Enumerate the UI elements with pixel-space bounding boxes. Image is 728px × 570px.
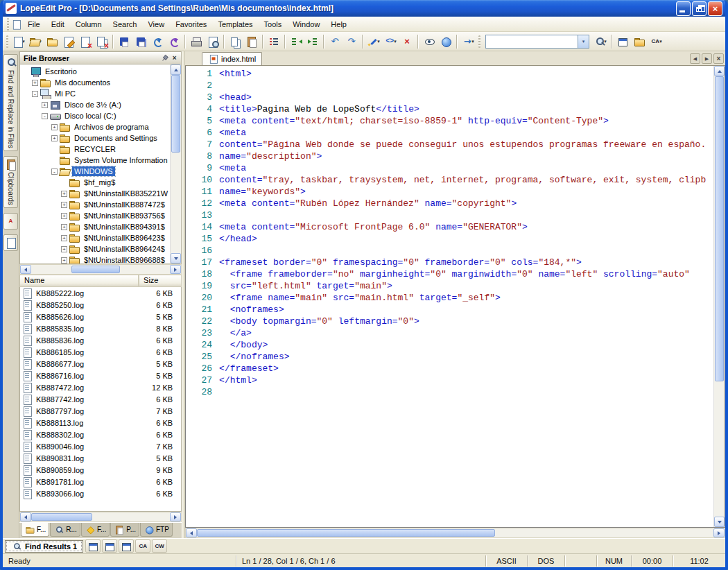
find-replace-files-tab[interactable]: Find and Replace in Files (3, 54, 18, 151)
close-button[interactable]: × (708, 1, 722, 16)
reload-all-button[interactable] (166, 33, 182, 49)
tree-item[interactable]: +$NtUninstallKB896423$ (20, 232, 170, 243)
preview-in-browser-button[interactable] (421, 33, 437, 49)
file-item[interactable]: KB885626.log5 KB (20, 311, 181, 322)
paste-button[interactable] (243, 33, 260, 49)
reload-button[interactable] (149, 33, 166, 49)
tree-item[interactable]: +$NtUninstallKB835221W (20, 188, 170, 199)
tree-item[interactable]: +Disco de 3½ (A:) (20, 99, 170, 110)
tree-item[interactable]: $hf_mig$ (20, 177, 170, 188)
file-item[interactable]: KB887472.log12 KB (20, 381, 181, 393)
file-item[interactable]: KB893066.log6 KB (20, 487, 181, 499)
expand-icon[interactable]: + (61, 246, 67, 252)
collapse-icon[interactable]: - (51, 169, 58, 175)
file-item[interactable]: KB890046.log7 KB (20, 440, 181, 452)
expand-icon[interactable]: + (61, 224, 67, 230)
file-list-horizontal-scrollbar[interactable] (19, 512, 182, 522)
save-all-button[interactable] (132, 33, 149, 49)
file-item[interactable]: KB886677.log5 KB (20, 358, 181, 370)
goto-button[interactable]: ▾ (460, 33, 476, 49)
menu-edit[interactable]: Edit (46, 17, 70, 31)
file-item[interactable]: KB890831.log5 KB (20, 452, 181, 464)
tree-item[interactable]: +Archivos de programa (20, 121, 170, 132)
copy-button[interactable] (227, 33, 243, 49)
scroll-left-button[interactable] (20, 512, 31, 521)
menu-view[interactable]: View (142, 17, 170, 31)
outdent-button[interactable] (288, 33, 304, 49)
change-case-button[interactable]: CA▾ (648, 33, 664, 49)
tree-item[interactable]: +$NtUninstallKB896424$ (20, 243, 170, 254)
expand-icon[interactable]: + (61, 257, 67, 264)
tree-item[interactable]: +$NtUninstallKB893756$ (20, 210, 170, 221)
restore-button[interactable] (692, 1, 707, 16)
document-system-menu-icon[interactable] (12, 19, 21, 29)
insert-tag-button[interactable]: ▾ (382, 33, 399, 49)
scroll-right-button[interactable] (713, 528, 725, 537)
expand-icon[interactable]: + (61, 235, 67, 241)
tree-vertical-scrollbar[interactable] (170, 64, 181, 264)
tree-item[interactable]: +$NtUninstallKB896688$ (20, 254, 170, 264)
file-item[interactable]: KB890859.log9 KB (20, 464, 181, 476)
file-item[interactable]: KB885222.log6 KB (20, 287, 181, 299)
change-case-cw-button[interactable]: CW (152, 539, 167, 553)
collapse-icon[interactable]: - (32, 91, 38, 97)
favorites-tab[interactable]: F... (81, 523, 110, 537)
scrollbar-track[interactable] (714, 76, 725, 517)
expand-icon[interactable]: + (51, 124, 58, 130)
scrollbar-track[interactable] (31, 265, 170, 274)
scrollbar-track[interactable] (171, 75, 181, 253)
open-browser-button[interactable] (437, 33, 454, 49)
clear-format-button[interactable] (399, 33, 415, 49)
file-item[interactable]: KB888302.log6 KB (20, 429, 181, 440)
file-item[interactable]: KB891781.log6 KB (20, 476, 181, 487)
document-tab-index-html[interactable]: index.html (202, 52, 262, 65)
close-file-button[interactable] (77, 33, 94, 49)
scrollbar-thumb[interactable] (171, 75, 180, 153)
file-item[interactable]: KB885835.log8 KB (20, 322, 181, 334)
expand-icon[interactable]: + (61, 213, 67, 219)
change-case-ca-button[interactable]: CA (135, 539, 150, 553)
undo-button[interactable] (327, 33, 343, 49)
tree-horizontal-scrollbar[interactable] (19, 264, 182, 275)
clipboards-tab[interactable]: Clipboards (3, 156, 18, 208)
pin-panel-button[interactable] (159, 53, 169, 63)
scroll-down-button[interactable] (714, 517, 725, 527)
tree-item[interactable]: -WINDOWS (20, 166, 170, 177)
scroll-left-button[interactable] (186, 528, 197, 537)
file-browser-tab[interactable]: F... (21, 523, 49, 537)
file-item[interactable]: KB885250.log6 KB (20, 299, 181, 311)
tree-item[interactable]: System Volume Information (20, 155, 170, 166)
projects-tab[interactable]: P... (110, 523, 139, 537)
redo-button[interactable] (343, 33, 360, 49)
scroll-right-button[interactable] (170, 512, 181, 521)
ftp-tab[interactable]: FTP (140, 523, 173, 537)
recent-tab[interactable]: R... (50, 523, 80, 537)
editor-vertical-scrollbar[interactable] (713, 66, 725, 527)
indent-button[interactable] (304, 33, 321, 49)
close-document-button[interactable]: × (713, 53, 724, 64)
scroll-tabs-right-button[interactable]: ▶ (702, 53, 712, 64)
column-header-name[interactable]: Name (19, 275, 139, 287)
search-combo-field[interactable] (486, 35, 578, 48)
combo-dropdown-button[interactable]: ▾ (578, 35, 589, 48)
scroll-tabs-left-button[interactable]: ◀ (690, 53, 700, 64)
file-item[interactable]: KB886185.log6 KB (20, 346, 181, 358)
scrollbar-thumb[interactable] (31, 513, 92, 521)
file-item[interactable]: KB887797.log7 KB (20, 405, 181, 417)
scrollbar-track[interactable] (31, 512, 170, 521)
tree-item[interactable]: +Mis documentos (20, 77, 170, 88)
file-item[interactable]: KB886716.log5 KB (20, 370, 181, 381)
scrollbar-thumb[interactable] (197, 529, 495, 537)
tree-item[interactable]: Escritorio (20, 66, 170, 77)
window-list-button[interactable] (614, 33, 631, 49)
scroll-up-button[interactable] (714, 66, 725, 76)
expand-icon[interactable]: + (61, 191, 67, 197)
collapse-icon[interactable]: - (42, 113, 48, 119)
menu-column[interactable]: Column (70, 17, 107, 31)
scrollbar-track[interactable] (197, 528, 713, 537)
file-item[interactable]: KB885836.log6 KB (20, 334, 181, 346)
scroll-right-button[interactable] (170, 265, 181, 274)
column-header-size[interactable]: Size (139, 275, 182, 287)
scrollbar-thumb[interactable] (71, 266, 120, 273)
code-editor-surface[interactable]: 1<html>23<head>4<title>Pagina Web de Lop… (186, 66, 713, 527)
